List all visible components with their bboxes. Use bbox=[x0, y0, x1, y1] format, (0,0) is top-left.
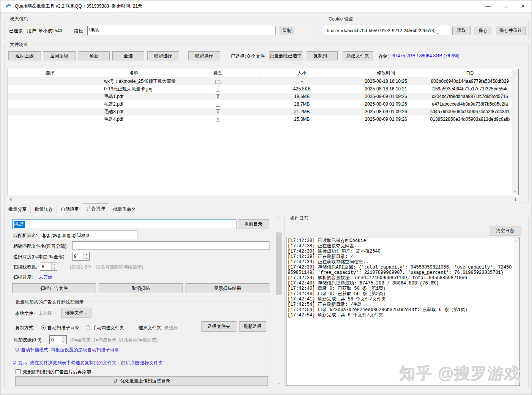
batch-add-group: 批量添加我的广告文件到这些目录 本地文件: 未选择 选择文件... 复制方式: … bbox=[10, 302, 269, 385]
refresh-selection-button[interactable]: 刷新选择 bbox=[239, 321, 266, 332]
close-button[interactable]: ✕ bbox=[514, 0, 532, 12]
log-textarea[interactable]: [17:42:38] 已读取已保存的Cookie[17:42:38] 正在连接夸… bbox=[286, 237, 520, 386]
scroll-down-icon[interactable]: ▼ bbox=[512, 188, 518, 195]
scroll-right-icon[interactable]: ❯ bbox=[512, 196, 519, 203]
row-select-cell[interactable] bbox=[8, 77, 92, 85]
cookie-input[interactable] bbox=[325, 26, 450, 35]
choose-folder-button[interactable]: 选择文件夹 bbox=[201, 321, 236, 332]
row-select-cell[interactable] bbox=[8, 93, 92, 100]
log-vertical-scrollbar[interactable]: ▲ ▼ bbox=[514, 237, 519, 386]
scroll-up-icon[interactable]: ▲ bbox=[275, 214, 282, 221]
select-all-button[interactable]: 全选 bbox=[112, 51, 144, 60]
copy-path-button[interactable]: 复制 bbox=[279, 26, 295, 35]
column-header[interactable]: 选择 bbox=[8, 69, 92, 77]
depth-spinner[interactable]: 9 ▲▼ bbox=[72, 252, 90, 261]
file-modified: 2025-08-18 16:10:21 bbox=[344, 85, 428, 93]
scroll-left-icon[interactable]: ❮ bbox=[8, 196, 14, 203]
table-row[interactable]: 毛选1.pdf 18.6MB 2025-08-09 01:09:26 bbox=[8, 93, 512, 100]
spin-down-icon[interactable]: ▼ bbox=[84, 256, 89, 261]
clear-log-button[interactable]: 清空日志 bbox=[489, 226, 521, 235]
deselect-button[interactable]: 取消选择 bbox=[147, 51, 179, 60]
column-header[interactable]: 大小 bbox=[260, 69, 344, 77]
path-input[interactable] bbox=[87, 26, 275, 35]
table-horizontal-scrollbar[interactable]: ❮ ❯ bbox=[8, 196, 519, 203]
row-select-cell[interactable] bbox=[8, 108, 92, 115]
level-spinner[interactable]: 0 ▲▼ bbox=[49, 335, 67, 344]
level-value: 0 bbox=[50, 336, 61, 344]
cookie-group: Cookie 设置 读取 保存 保存并重连 bbox=[323, 19, 529, 38]
scroll-up-icon[interactable]: ▲ bbox=[512, 69, 518, 76]
scrollbar-thumb[interactable] bbox=[276, 232, 282, 295]
tab[interactable]: 广告清理 bbox=[83, 203, 109, 214]
scan-path-value: /毛选 bbox=[14, 221, 25, 228]
cookie-save-button[interactable]: 保存 bbox=[474, 26, 492, 35]
spin-up-icon[interactable]: ▲ bbox=[84, 252, 89, 256]
scroll-up-icon[interactable]: ▲ bbox=[514, 237, 519, 244]
go-top-button[interactable]: 返回顶级 bbox=[43, 51, 76, 60]
ext-input[interactable] bbox=[40, 231, 137, 239]
cookie-read-button[interactable]: 读取 bbox=[452, 26, 471, 35]
optimized-upload-button[interactable]: 优化批量上传到这些目录 bbox=[15, 376, 268, 386]
scan-ads-button[interactable]: 扫描广告文件 bbox=[12, 283, 96, 293]
folder-icon bbox=[215, 79, 220, 84]
tab[interactable]: 批量分享 bbox=[4, 205, 31, 214]
show-scan-results-button[interactable]: 显示扫描结果 bbox=[186, 283, 269, 293]
scan-path-input[interactable]: /毛选 bbox=[12, 220, 236, 229]
spin-up-icon[interactable]: ▲ bbox=[52, 262, 57, 267]
exact-name-input[interactable] bbox=[72, 241, 269, 250]
tab[interactable]: 自动追更 bbox=[57, 205, 83, 214]
cancel-operation-button[interactable]: 取消操作 bbox=[188, 51, 220, 60]
radio-manual-select[interactable]: 手动勾选文件夹 bbox=[86, 325, 124, 331]
table-row[interactable]: wx号：akmovie_2540领正规大流量卡 - 2025-08-18 bbox=[8, 77, 512, 85]
choose-folder-label: 选择文件夹: bbox=[139, 325, 162, 331]
threads-value: 8 bbox=[40, 262, 51, 270]
minimize-button[interactable]: — bbox=[479, 0, 497, 12]
table-vertical-scrollbar[interactable]: ▲ ▼ bbox=[512, 69, 518, 195]
scroll-down-icon[interactable]: ▼ bbox=[514, 379, 519, 386]
row-select-cell[interactable] bbox=[8, 115, 92, 123]
threads-hint: (建议1-8个，过多可能影响网络请求) bbox=[70, 264, 143, 270]
column-header[interactable]: 名称 bbox=[92, 69, 176, 77]
file-browser-label: 文件浏览 bbox=[8, 41, 30, 48]
spin-down-icon[interactable]: ▼ bbox=[52, 267, 57, 271]
app-logo-icon bbox=[5, 3, 12, 10]
copy-to-button[interactable]: 复制到... bbox=[307, 51, 338, 60]
radio-auto-scan[interactable]: 自动扫描子目录 bbox=[41, 325, 79, 331]
log-line: [17:42:54] 正在刷新目录: /毛选 bbox=[288, 302, 512, 307]
threads-spinner[interactable]: 8 ▲▼ bbox=[40, 262, 57, 271]
batch-delete-button[interactable]: 批量删除已选中 bbox=[269, 51, 302, 60]
cookie-save-reconnect-button[interactable]: 保存并重连 bbox=[496, 26, 526, 35]
column-header[interactable]: 类型 bbox=[176, 69, 260, 77]
table-row[interactable]: 毛选3.pdf 21.2MB 2025-08-09 01:09:26 bbox=[8, 108, 512, 115]
choose-file-button[interactable]: 选择文件... bbox=[61, 308, 91, 318]
maximize-button[interactable]: □ bbox=[497, 0, 514, 12]
table-row[interactable]: 毛选2.pdf 28.7MB 2025-08-09 01:09:26 bbox=[8, 100, 512, 108]
row-select-cell[interactable] bbox=[8, 85, 92, 93]
file-icon bbox=[216, 87, 220, 92]
row-select-cell[interactable] bbox=[8, 100, 92, 108]
log-line: [17:42:40] 目录 0: 已获取 56 条（第2页） bbox=[288, 291, 512, 297]
file-name: 毛选3.pdf bbox=[92, 108, 176, 115]
file-size: 28.7MB bbox=[260, 100, 344, 108]
new-folder-button[interactable]: 新建文件夹 bbox=[343, 51, 373, 60]
column-header[interactable]: FID bbox=[428, 69, 512, 77]
file-icon bbox=[216, 94, 220, 99]
go-up-button[interactable]: 返回上级 bbox=[8, 51, 41, 60]
spin-down-icon[interactable]: ▼ bbox=[61, 340, 66, 344]
file-type-cell bbox=[176, 85, 260, 93]
refresh-button[interactable]: 刷新 bbox=[79, 51, 110, 60]
threads-label: 扫描线程数: bbox=[13, 264, 37, 270]
panel-vertical-scrollbar[interactable]: ▲ ▼ bbox=[275, 214, 282, 387]
tab[interactable]: 批量重命名 bbox=[109, 205, 140, 214]
current-dir-button[interactable]: 当前目录 bbox=[238, 219, 269, 229]
log-lines: [17:42:38] 已读取已保存的Cookie[17:42:38] 正在连接夸… bbox=[288, 238, 512, 318]
cancel-scan-button[interactable]: 取消扫描 bbox=[99, 283, 183, 293]
tab[interactable]: 批量转存 bbox=[30, 205, 57, 214]
table-row[interactable]: 0-19元正规大流量卡.jpg 425.8KB 2025-08-18 1 bbox=[8, 85, 512, 93]
scroll-down-icon[interactable]: ▼ bbox=[275, 381, 282, 387]
delete-first-checkbox[interactable]: 先删除扫描到的广告图片后再添加 bbox=[16, 369, 91, 375]
spin-up-icon[interactable]: ▲ bbox=[61, 336, 66, 340]
column-header[interactable]: 修改时间 bbox=[344, 69, 428, 77]
table-row[interactable]: 毛选4.pdf 25.3MB 2025-08-09 01:09:26 bbox=[8, 115, 512, 123]
path-label: 路径: bbox=[74, 28, 84, 34]
